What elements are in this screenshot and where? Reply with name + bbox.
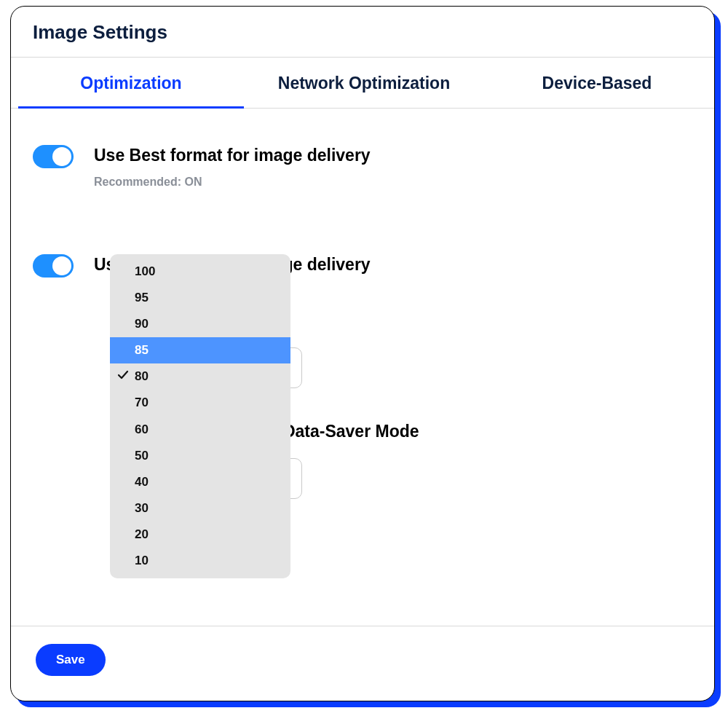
dropdown-option-30[interactable]: 30 [110,495,290,522]
dropdown-option-90[interactable]: 90 [110,311,290,337]
dropdown-option-100[interactable]: 100 [110,259,290,285]
tab-device-based[interactable]: Device-Based [484,58,710,108]
content-area: Use Best format for image delivery Recom… [11,109,714,604]
dropdown-option-85[interactable]: 85 [110,337,290,363]
setting-best-format-1: Use Best format for image delivery Recom… [33,109,692,189]
dropdown-option-60[interactable]: 60 [110,417,290,443]
dropdown-option-40[interactable]: 40 [110,469,290,495]
save-button[interactable]: Save [36,644,106,676]
dropdown-option-80[interactable]: 80 [110,363,290,390]
dropdown-option-10[interactable]: 10 [110,548,290,574]
page-title: Image Settings [33,21,692,44]
dropdown-option-70[interactable]: 70 [110,390,290,416]
dropdown-option-20[interactable]: 20 [110,522,290,548]
dropdown-option-label: 80 [135,369,149,383]
toggle-best-format-2[interactable] [33,254,74,278]
settings-card: Image Settings Optimization Network Opti… [10,6,715,701]
toggle-knob [52,256,71,275]
setting-body: Use Best format for image delivery Recom… [94,145,692,189]
tabs: Optimization Network Optimization Device… [11,58,714,109]
dropdown-option-50[interactable]: 50 [110,443,290,469]
setting-title: Use Best format for image delivery [94,145,692,167]
toggle-best-format-1[interactable] [33,145,74,168]
toggle-knob [52,147,71,166]
header: Image Settings [11,7,714,58]
setting-subtitle: Recommended: ON [94,176,692,189]
quality-dropdown: 100 95 90 85 80 70 60 50 40 30 20 10 [110,254,290,578]
footer: Save [11,626,714,701]
dropdown-option-95[interactable]: 95 [110,285,290,311]
tab-network-optimization[interactable]: Network Optimization [244,58,484,108]
tab-optimization[interactable]: Optimization [18,58,244,108]
check-icon [117,369,129,381]
